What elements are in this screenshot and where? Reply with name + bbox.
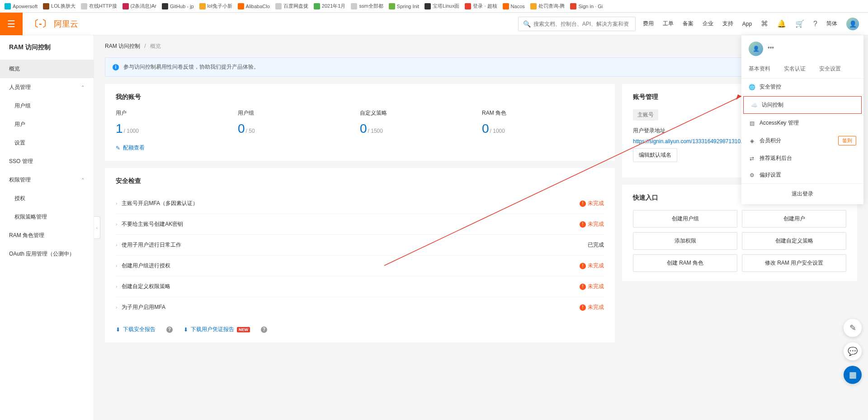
- notification-icon[interactable]: 🔔: [777, 19, 786, 28]
- sidebar-item-2[interactable]: 用户组: [0, 97, 94, 115]
- download-security-report-link[interactable]: ⬇ 下载安全报告: [116, 326, 156, 333]
- tab-label: Spring Init: [397, 4, 420, 9]
- quick-button-2[interactable]: 添加权限: [633, 232, 737, 250]
- chevron-right-icon: ›: [116, 284, 117, 289]
- help-tooltip-icon[interactable]: ?: [261, 327, 267, 333]
- hamburger-menu-button[interactable]: ☰: [0, 13, 23, 35]
- tab-label: 在线HTTP接: [89, 3, 117, 9]
- download-credential-report-link[interactable]: ⬇ 下载用户凭证报告 NEW: [184, 326, 250, 333]
- nav-lang[interactable]: 简体: [826, 20, 837, 28]
- dropdown-item-icon: 🌐: [749, 84, 755, 90]
- nav-enterprise[interactable]: 企业: [703, 20, 713, 28]
- sidebar-item-label: SSO 管理: [9, 158, 33, 165]
- nav-backup[interactable]: 备案: [683, 20, 693, 28]
- dropdown-avatar: 👤: [749, 42, 763, 56]
- tab-label: Sign in · Gi: [578, 4, 603, 9]
- browser-tab[interactable]: (2条消息)Ar: [120, 0, 159, 12]
- quick-button-1[interactable]: 创建用户: [742, 210, 846, 228]
- sidebar-collapse-handle[interactable]: ‹: [94, 216, 100, 239]
- search-input[interactable]: [533, 21, 631, 27]
- check-status: !未完成: [580, 262, 604, 270]
- breadcrumb-root[interactable]: RAM 访问控制: [105, 43, 140, 49]
- tab-favicon: [238, 3, 244, 9]
- cloudshell-icon[interactable]: ⌘: [761, 19, 768, 28]
- my-account-title: 我的账号: [116, 93, 604, 101]
- browser-tab[interactable]: 登录 · 超核: [462, 0, 500, 12]
- check-text: 创建用户组进行授权: [122, 262, 575, 270]
- dropdown-tab-realname[interactable]: 实名认证: [784, 65, 806, 73]
- account-type-tag: 主账号: [633, 109, 658, 121]
- browser-tab[interactable]: 宝塔Linux面: [422, 0, 462, 12]
- sidebar-item-7[interactable]: 授权: [0, 189, 94, 208]
- edit-domain-button[interactable]: 编辑默认域名: [633, 148, 677, 162]
- quick-button-0[interactable]: 创建用户组: [633, 210, 737, 228]
- tab-favicon: [123, 3, 129, 9]
- logo[interactable]: 〔-〕 阿里云: [30, 18, 78, 30]
- signin-badge[interactable]: 签到: [838, 136, 856, 145]
- browser-tab[interactable]: lol兔子小新: [197, 0, 235, 12]
- cart-icon[interactable]: 🛒: [795, 19, 804, 28]
- apps-button[interactable]: ▦: [844, 366, 862, 384]
- search-icon: 🔍: [523, 20, 531, 28]
- check-status: !未完成: [580, 200, 604, 207]
- sidebar-item-5[interactable]: SSO 管理: [0, 152, 94, 171]
- browser-tab[interactable]: Nacos: [500, 0, 528, 12]
- security-check-card: 安全检查 ›主账号开启MFA（多因素认证）!未完成›不要给主账号创建AK密钥!未…: [105, 168, 615, 342]
- quota-link[interactable]: ✎ 配额查看: [116, 144, 145, 152]
- browser-tab[interactable]: 在线HTTP接: [78, 0, 120, 12]
- browser-tab[interactable]: 2021年1月: [311, 0, 349, 12]
- sidebar-item-8[interactable]: 权限策略管理: [0, 208, 94, 226]
- sidebar-item-4[interactable]: 设置: [0, 134, 94, 152]
- nav-support[interactable]: 支持: [722, 20, 733, 28]
- dropdown-item-3[interactable]: ◈会员积分签到: [741, 131, 863, 150]
- browser-tab[interactable]: ssm全部都: [348, 0, 386, 12]
- security-check-item[interactable]: ›创建自定义权限策略!未完成: [116, 276, 604, 297]
- logout-button[interactable]: 退出登录: [741, 183, 863, 204]
- chevron-right-icon: ›: [116, 243, 117, 247]
- sidebar-item-1[interactable]: 人员管理⌃: [0, 78, 94, 97]
- sidebar-item-0[interactable]: 概览: [0, 60, 94, 78]
- dropdown-item-0[interactable]: 🌐安全管控: [741, 79, 863, 95]
- browser-tab[interactable]: 处罚查询-腾: [528, 0, 568, 12]
- dropdown-item-5[interactable]: ⚙偏好设置: [741, 167, 863, 183]
- browser-tab[interactable]: GitHub - jp: [159, 0, 197, 12]
- quick-button-4[interactable]: 创建 RAM 角色: [633, 254, 737, 272]
- dropdown-item-4[interactable]: ⇄推荐返利后台: [741, 150, 863, 167]
- top-nav: 费用 工单 备案 企业 支持 App ⌘ 🔔 🛒 ? 简体 👤: [643, 18, 868, 30]
- dropdown-item-1[interactable]: ☁️访问控制: [743, 96, 862, 114]
- browser-tab[interactable]: Spring Init: [386, 0, 422, 12]
- nav-fee[interactable]: 费用: [643, 20, 654, 28]
- nav-app[interactable]: App: [742, 21, 752, 27]
- security-check-item[interactable]: ›不要给主账号创建AK密钥!未完成: [116, 214, 604, 235]
- global-search[interactable]: 🔍: [518, 17, 636, 31]
- security-check-item[interactable]: ›创建用户组进行授权!未完成: [116, 256, 604, 276]
- chevron-up-icon: ⌃: [81, 85, 85, 90]
- security-check-item[interactable]: ›使用子用户进行日常工作已完成: [116, 235, 604, 256]
- browser-tab[interactable]: Sign in · Gi: [567, 0, 605, 12]
- security-check-item[interactable]: ›为子用户启用MFA!未完成: [116, 297, 604, 317]
- help-icon[interactable]: ?: [813, 20, 817, 28]
- user-avatar[interactable]: 👤: [846, 18, 859, 30]
- dropdown-tab-profile[interactable]: 基本资料: [749, 65, 770, 73]
- sidebar-item-3[interactable]: 用户: [0, 115, 94, 134]
- browser-tab[interactable]: 百度网盘拢: [273, 0, 311, 12]
- float-actions: ✎ 💬 ▦: [844, 319, 862, 384]
- nav-ticket[interactable]: 工单: [663, 20, 674, 28]
- browser-tab[interactable]: LOL换肤大: [40, 0, 78, 12]
- chat-button[interactable]: 💬: [844, 342, 862, 360]
- login-url-link[interactable]: https://signin.aliyun.com/13331649298713…: [633, 138, 748, 145]
- dropdown-item-2[interactable]: ▤AccessKey 管理: [741, 115, 863, 131]
- tab-label: 百度网盘拢: [283, 3, 308, 9]
- dropdown-tab-security[interactable]: 安全设置: [819, 65, 841, 73]
- browser-tab[interactable]: Apowersoft: [2, 0, 40, 12]
- dropdown-item-label: 访问控制: [762, 101, 783, 109]
- sidebar-item-10[interactable]: OAuth 应用管理（公测中）: [0, 245, 94, 263]
- help-tooltip-icon[interactable]: ?: [166, 327, 173, 333]
- quick-button-5[interactable]: 修改 RAM 用户安全设置: [742, 254, 846, 272]
- feedback-button[interactable]: ✎: [844, 319, 862, 337]
- sidebar-item-6[interactable]: 权限管理⌃: [0, 171, 94, 189]
- browser-tab[interactable]: AlibabaClo: [235, 0, 273, 12]
- security-check-item[interactable]: ›主账号开启MFA（多因素认证）!未完成: [116, 193, 604, 214]
- sidebar-item-9[interactable]: RAM 角色管理: [0, 226, 94, 245]
- quick-button-3[interactable]: 创建自定义策略: [742, 232, 846, 250]
